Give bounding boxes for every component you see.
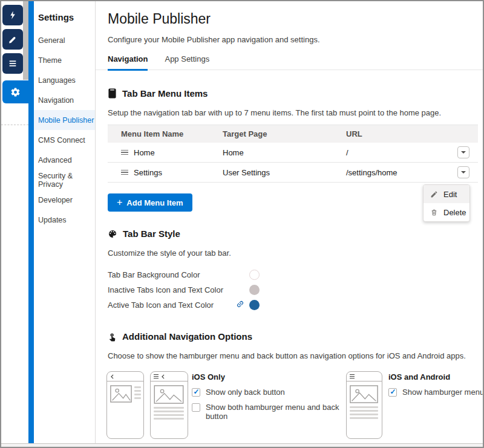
rail-divider <box>1 125 28 125</box>
hamburger-icon <box>154 374 159 378</box>
builder-lightning-button[interactable] <box>2 5 23 25</box>
style-row-background-color: Tab Bar Background Color <box>108 267 301 282</box>
ios-and-android-title: iOS and Android <box>388 372 484 381</box>
add-menu-item-button[interactable]: + Add Menu Item <box>108 193 192 212</box>
sidebar-item-cms-connect[interactable]: CMS Connect <box>34 130 95 150</box>
style-section-heading: Tab Bar Style <box>108 229 180 239</box>
hamburger-icon <box>350 374 355 378</box>
checkbox-label: Show only back button <box>206 388 285 397</box>
phone-mockup-hamburger-only <box>346 371 382 439</box>
style-row-label: Tab Bar Background Color <box>108 270 200 279</box>
checkbox-label: Show hamburger menu <box>402 388 484 397</box>
content-list-button[interactable] <box>2 53 23 74</box>
sidebar-item-navigation[interactable]: Navigation <box>34 90 95 110</box>
tab-navigation[interactable]: Navigation <box>108 54 148 71</box>
menu-item-edit[interactable]: Edit <box>424 185 469 203</box>
menu-item-name: Home <box>134 148 155 157</box>
column-header-url: URL <box>346 129 457 138</box>
image-placeholder-icon <box>350 385 379 403</box>
row-actions-menu: Edit Delete <box>423 184 470 222</box>
menu-item-url: /settings/home <box>346 168 457 177</box>
theme-brush-button[interactable] <box>2 29 23 50</box>
show-hamburger-menu-checkbox[interactable] <box>388 388 397 397</box>
style-section-description: Customize the style of your tab bar. <box>108 248 231 258</box>
page-subtitle: Configure your Mobile Publisher app navi… <box>108 35 320 44</box>
menu-item-target: User Settings <box>223 168 346 177</box>
sidebar-item-updates[interactable]: Updates <box>34 210 95 230</box>
tab-bar: Navigation App Settings <box>108 54 209 71</box>
sidebar-item-theme[interactable]: Theme <box>34 50 95 70</box>
phone-mockup-back-only <box>106 371 144 439</box>
sidebar-item-security-privacy[interactable]: Security & Privacy <box>34 170 95 190</box>
main-panel: Mobile Publisher Configure your Mobile P… <box>96 1 483 443</box>
drag-handle-icon[interactable] <box>121 170 128 175</box>
list-icon <box>8 59 18 68</box>
active-rail-indicator-bar <box>28 1 34 443</box>
drag-handle-icon[interactable] <box>121 150 128 155</box>
ios-only-title: iOS Only <box>192 372 343 381</box>
option-row: Show hamburger menu <box>388 388 484 397</box>
trash-icon <box>430 209 438 216</box>
menu-item-url: / <box>346 148 457 157</box>
image-placeholder-icon <box>110 385 132 403</box>
table-row: Home Home / <box>108 143 478 163</box>
lightning-icon <box>8 10 18 20</box>
row-actions-button[interactable] <box>457 146 469 158</box>
option-row: Show only back button <box>192 388 343 397</box>
sidebar-item-advanced[interactable]: Advanced <box>34 150 95 170</box>
gear-icon <box>10 87 21 97</box>
sidebar-item-languages[interactable]: Languages <box>34 70 95 90</box>
color-swatch-inactive[interactable] <box>249 285 260 295</box>
column-header-name: Menu Item Name <box>121 129 223 138</box>
nav-options-section-description: Choose to show the hamburger menu and ba… <box>108 351 466 360</box>
show-both-hamburger-and-back-checkbox[interactable] <box>192 403 200 412</box>
row-actions-button[interactable] <box>457 166 469 178</box>
column-header-target: Target Page <box>223 129 346 138</box>
settings-gear-button[interactable] <box>2 80 28 103</box>
tab-app-settings[interactable]: App Settings <box>165 54 209 71</box>
sidebar-item-general[interactable]: General <box>34 30 95 50</box>
link-icon[interactable] <box>236 300 244 308</box>
settings-sidebar: Settings General Theme Languages Navigat… <box>34 1 96 443</box>
image-placeholder-icon <box>154 385 185 404</box>
style-row-label: Inactive Tabs Icon and Text Color <box>108 285 223 294</box>
palette-icon <box>108 229 117 239</box>
pencil-icon <box>430 190 438 198</box>
menu-item-target: Home <box>223 148 346 157</box>
style-row-label: Active Tab Icon and Text Color <box>108 300 214 310</box>
sidebar-item-mobile-publisher[interactable]: Mobile Publisher <box>34 110 95 130</box>
show-only-back-button-checkbox[interactable] <box>192 388 200 397</box>
menu-items-table: Menu Item Name Target Page URL Home Home… <box>108 125 478 183</box>
color-swatch-background[interactable] <box>249 270 260 280</box>
rail-shadow <box>23 1 28 80</box>
ios-only-options: iOS Only Show only back button Show both… <box>192 372 343 421</box>
option-row: Show both hamburger menu and back button <box>192 403 343 421</box>
ios-and-android-options: iOS and Android Show hamburger menu <box>388 372 484 397</box>
page-title: Mobile Publisher <box>108 11 211 27</box>
menu-items-section-description: Setup the navigation tab bar with up to … <box>108 108 441 117</box>
icon-rail <box>1 1 28 443</box>
plus-icon: + <box>117 198 122 207</box>
brush-icon <box>8 34 18 44</box>
sidebar-item-developer[interactable]: Developer <box>34 190 95 210</box>
menu-item-name: Settings <box>134 168 162 177</box>
table-row: Settings User Settings /settings/home <box>108 163 478 183</box>
checkbox-label: Show both hamburger menu and back button <box>206 403 343 421</box>
back-chevron-icon <box>161 374 165 379</box>
bottom-edge <box>1 443 483 447</box>
table-header-row: Menu Item Name Target Page URL <box>108 125 478 143</box>
menu-items-section-heading: Tab Bar Menu Items <box>108 88 208 99</box>
phone-icon <box>108 88 117 99</box>
nav-options-section-heading: Additional Navigation Options <box>108 331 252 342</box>
menu-item-delete[interactable]: Delete <box>424 203 469 221</box>
style-row-active-color: Active Tab Icon and Text Color <box>108 297 301 312</box>
touch-icon <box>108 332 117 342</box>
phone-mockup-hamburger-and-back <box>150 371 188 439</box>
back-chevron-icon <box>110 374 114 379</box>
sidebar-title: Settings <box>34 1 95 22</box>
style-row-inactive-color: Inactive Tabs Icon and Text Color <box>108 282 301 297</box>
color-swatch-active[interactable] <box>249 300 260 310</box>
